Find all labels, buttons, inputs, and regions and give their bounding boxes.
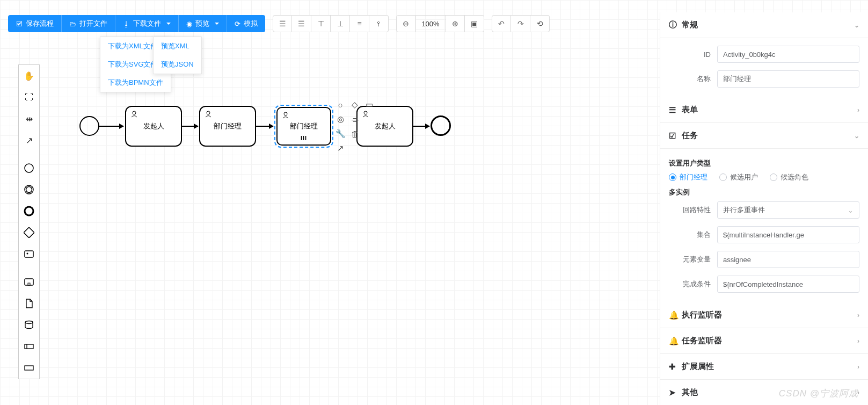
name-label: 名称: [669, 74, 717, 84]
save-icon: 🗹: [16, 20, 23, 28]
ctx-wrench[interactable]: 🔧: [334, 128, 346, 140]
section-task-listener-header[interactable]: 🔔 任务监听器 ›: [660, 328, 868, 354]
folder-icon: 🗁: [69, 20, 76, 28]
chevron-down-icon: ⌄: [854, 21, 859, 29]
subprocess-tool[interactable]: [19, 271, 39, 293]
section-form-title: 表单: [682, 105, 698, 115]
simulate-button[interactable]: ⟳模拟: [227, 15, 265, 32]
start-event-tool[interactable]: [19, 157, 39, 179]
zoom-in-button[interactable]: ⊕: [446, 15, 465, 32]
section-ext-props-header[interactable]: ✚ 扩展属性 ›: [660, 354, 868, 380]
ctx-text[interactable]: ⌯: [349, 113, 361, 125]
section-exec-listener-header[interactable]: 🔔 执行监听器 ›: [660, 302, 868, 328]
reset-button[interactable]: ⟲: [530, 15, 550, 32]
chevron-down-icon: ⌄: [848, 206, 854, 214]
element-var-input[interactable]: [717, 251, 859, 268]
intermediate-event-tool[interactable]: [19, 179, 39, 200]
zoom-out-button[interactable]: ⊖: [396, 15, 415, 32]
align-left-button[interactable]: ☰: [273, 15, 292, 32]
history-group: ↶ ↷ ⟲: [492, 15, 550, 32]
undo-button[interactable]: ↶: [492, 15, 511, 32]
section-general-title: 常规: [682, 20, 698, 30]
connect-tool[interactable]: ↗: [19, 129, 39, 151]
chevron-right-icon: ›: [857, 363, 859, 371]
section-task-header[interactable]: ☑ 任务 ⌄: [660, 123, 868, 149]
flow-1[interactable]: [99, 126, 123, 127]
id-input[interactable]: [717, 46, 859, 63]
start-event[interactable]: [79, 116, 99, 136]
refresh-icon: ⟳: [235, 20, 240, 28]
task-3-selected[interactable]: 部门经理 III: [274, 105, 333, 148]
flow-5[interactable]: [413, 126, 429, 127]
align-right-button[interactable]: ☰: [292, 15, 311, 32]
open-button[interactable]: 🗁打开文件: [62, 15, 115, 32]
zoom-group: ⊖ 100% ⊕ ▣: [396, 15, 484, 32]
preview-xml-item[interactable]: 预览XML: [154, 37, 201, 55]
multi-instance-title: 多实例: [669, 187, 859, 197]
download-button[interactable]: ⭳下载文件: [115, 15, 179, 32]
preview-json-item[interactable]: 预览JSON: [154, 55, 201, 74]
data-object-tool[interactable]: [19, 293, 39, 314]
ctx-connect[interactable]: ↗: [334, 142, 346, 154]
loop-select[interactable]: 并行多重事件⌄: [717, 201, 859, 219]
ctx-annotate[interactable]: ◎: [334, 113, 346, 125]
hand-tool[interactable]: ✋: [19, 65, 39, 86]
task-2-label: 部门经理: [214, 121, 242, 131]
align-center-v-button[interactable]: ⫯: [369, 15, 389, 32]
lasso-tool[interactable]: ⛶: [19, 86, 39, 108]
radio-candidate-user[interactable]: 候选用户: [719, 172, 758, 182]
info-icon: ⓘ: [669, 20, 677, 30]
task-1-label: 发起人: [143, 121, 164, 131]
context-pad: ○ ◇ ▭ ◎ ⌯ 🔧 🗑 ↗: [334, 99, 375, 154]
ctx-delete[interactable]: 🗑: [349, 128, 361, 140]
save-button[interactable]: 🗹保存流程: [8, 15, 62, 32]
data-store-tool[interactable]: [19, 314, 39, 336]
section-ext-props-title: 扩展属性: [682, 361, 714, 372]
user-type-radios: 部门经理 候选用户 候选角色: [669, 172, 859, 182]
user-task-tool[interactable]: [19, 243, 39, 265]
gateway-tool[interactable]: [19, 222, 39, 243]
svg-point-13: [133, 111, 136, 114]
end-event-tool[interactable]: [19, 200, 39, 222]
preview-dropdown: 预览XML 预览JSON: [153, 37, 202, 74]
group-tool[interactable]: [19, 357, 39, 379]
preview-label: 预览: [195, 19, 209, 28]
complete-cond-input[interactable]: [717, 276, 859, 293]
radio-candidate-role[interactable]: 候选角色: [770, 172, 808, 182]
redo-button[interactable]: ↷: [511, 15, 530, 32]
svg-point-2: [26, 187, 32, 193]
svg-rect-7: [25, 279, 33, 285]
section-general-header[interactable]: ⓘ 常规 ⌄: [660, 12, 868, 38]
align-top-button[interactable]: ⊤: [311, 15, 331, 32]
svg-point-15: [284, 112, 287, 115]
zoom-fit-button[interactable]: ▣: [465, 15, 484, 32]
space-tool[interactable]: ⇹: [19, 108, 39, 129]
preview-button[interactable]: ◉预览: [179, 15, 227, 32]
align-group: ☰ ☰ ⊤ ⊥ ≡ ⫯: [273, 15, 389, 32]
radio-dept-manager[interactable]: 部门经理: [669, 172, 707, 182]
ctx-append-task[interactable]: ▭: [363, 99, 375, 111]
align-bottom-button[interactable]: ⊥: [331, 15, 350, 32]
set-user-type-title: 设置用户类型: [669, 158, 859, 168]
end-event[interactable]: [431, 115, 451, 136]
collection-input[interactable]: [717, 226, 859, 243]
svg-point-14: [207, 111, 210, 114]
ctx-append-event[interactable]: ○: [334, 99, 346, 111]
ctx-append-gateway[interactable]: ◇: [349, 99, 361, 111]
collection-label: 集合: [669, 230, 717, 240]
id-label: ID: [669, 50, 717, 59]
watermark: CSDN @宁波阿成: [779, 387, 858, 400]
task-2[interactable]: 部门经理: [199, 106, 256, 147]
align-center-h-button[interactable]: ≡: [350, 15, 369, 32]
section-task-listener-title: 任务监听器: [682, 336, 722, 346]
multi-instance-marker: III: [301, 135, 307, 141]
download-bpmn-item[interactable]: 下载为BPMN文件: [100, 74, 171, 92]
open-label: 打开文件: [79, 19, 107, 28]
pool-tool[interactable]: [19, 336, 39, 357]
section-form-header[interactable]: ☰ 表单 ›: [660, 97, 868, 123]
properties-panel: ⓘ 常规 ⌄ ID 名称 ☰ 表单 › ☑ 任务 ⌄ 设置用户类型 部门经理 候…: [660, 12, 868, 405]
flow-3[interactable]: [256, 126, 273, 127]
flow-2[interactable]: [182, 126, 198, 127]
name-input[interactable]: [717, 70, 859, 88]
task-1[interactable]: 发起人: [125, 106, 182, 147]
